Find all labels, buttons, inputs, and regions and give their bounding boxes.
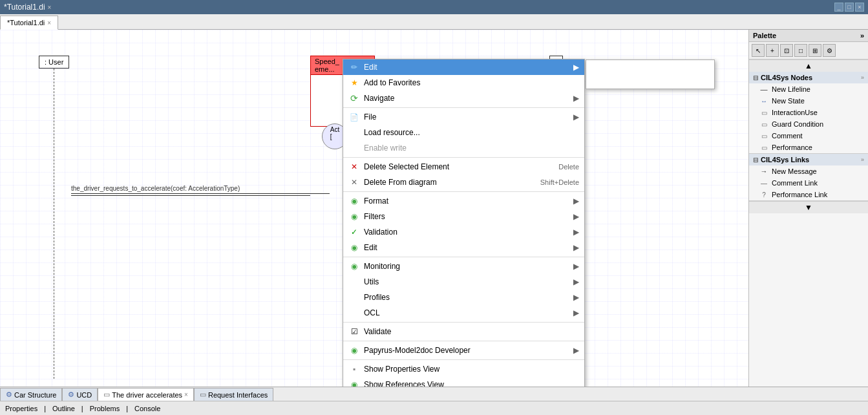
format-icon: ◉ xyxy=(348,195,360,207)
act-label: Act[ xyxy=(330,126,339,140)
title-bar-left: *Tutorial1.di × xyxy=(4,3,51,12)
canvas-area[interactable]: : User Speed_eme... : : Act[ xyxy=(0,30,748,387)
palette-item-comment-link[interactable]: — Comment Link xyxy=(749,177,868,189)
ocl-icon xyxy=(348,307,360,319)
driver-close-icon[interactable]: × xyxy=(184,391,188,398)
status-separator2: | xyxy=(81,405,83,412)
performance-icon: ▭ xyxy=(759,144,768,151)
palette-zoom-fit-btn[interactable]: ⊡ xyxy=(780,44,793,57)
write-icon xyxy=(348,142,360,154)
interaction-use-icon: ▭ xyxy=(759,109,768,116)
delete-diagram-icon: ✕ xyxy=(348,176,360,188)
profiles-icon xyxy=(348,292,360,303)
palette-header: Palette » xyxy=(749,30,868,42)
validate-label: Validate xyxy=(364,327,579,336)
palette-item-comment[interactable]: ▭ Comment xyxy=(749,130,868,142)
bottom-tab-ucd[interactable]: ⚙ UCD xyxy=(62,388,98,401)
tab-tutorial1[interactable]: *Tutorial1.di × xyxy=(0,16,58,30)
minimize-button[interactable]: _ xyxy=(834,3,843,12)
menu-item-show-properties[interactable]: ▪ Show Properties View xyxy=(343,361,584,377)
request-label: Request Interfaces xyxy=(208,391,268,399)
palette-zoom-in-btn[interactable]: + xyxy=(766,44,779,57)
add-favorites-label: Add to Favorites xyxy=(364,78,579,87)
format-label: Format xyxy=(364,197,569,206)
status-problems[interactable]: Problems xyxy=(90,405,120,412)
submenu-create-constant[interactable]: Create Constant xyxy=(586,74,714,89)
status-outline[interactable]: Outline xyxy=(52,405,75,412)
ucd-icon: ⚙ xyxy=(68,390,74,399)
palette-item-performance[interactable]: ▭ Performance xyxy=(749,142,868,153)
status-properties[interactable]: Properties xyxy=(5,405,37,412)
palette-grid-btn[interactable]: ⊞ xyxy=(809,44,821,57)
palette-settings-btn[interactable]: ⚙ xyxy=(823,44,836,57)
monitoring-arrow: ▶ xyxy=(573,262,579,271)
papyrus-icon: ◉ xyxy=(348,345,360,356)
arrow-line xyxy=(71,193,330,194)
validation-icon: ✓ xyxy=(348,226,360,238)
palette-scroll-down[interactable]: ▼ xyxy=(749,201,868,213)
menu-item-show-references[interactable]: ◉ Show References View xyxy=(343,377,584,387)
driver-icon: ▭ xyxy=(103,390,110,399)
palette-section-links-header[interactable]: ⊟ CIL4Sys Links » xyxy=(749,154,868,165)
palette-zoom-out-btn[interactable]: □ xyxy=(794,44,807,57)
palette-scroll-up[interactable]: ▲ xyxy=(749,59,868,72)
utils-icon xyxy=(348,276,360,288)
ocl-arrow: ▶ xyxy=(573,308,579,317)
new-state-label: New State xyxy=(772,97,805,105)
driver-label: The driver accelerates xyxy=(112,391,182,399)
palette-item-new-lifeline[interactable]: — New Lifeline xyxy=(749,83,868,95)
bottom-tab-driver-accelerates[interactable]: ▭ The driver accelerates × xyxy=(98,388,194,401)
ocl-label: OCL xyxy=(364,308,569,317)
monitoring-label: Monitoring xyxy=(364,262,569,271)
menu-item-monitoring[interactable]: ◉ Monitoring ▶ xyxy=(343,259,584,274)
delete-diagram-shortcut: Shift+Delete xyxy=(540,178,579,186)
delete-diagram-label: Delete From diagram xyxy=(364,178,527,187)
links-section-label: CIL4Sys Links xyxy=(761,156,809,164)
nodes-section-label: CIL4Sys Nodes xyxy=(761,74,812,81)
file-label: File xyxy=(364,112,569,122)
menu-item-filters[interactable]: ◉ Filters ▶ xyxy=(343,209,584,224)
palette-item-new-message[interactable]: → New Message xyxy=(749,165,868,177)
palette-item-guard-condition[interactable]: ▭ Guard Condition xyxy=(749,118,868,130)
separator-3 xyxy=(343,191,584,192)
menu-item-utils[interactable]: Utils ▶ xyxy=(343,274,584,290)
app-title: *Tutorial1.di xyxy=(4,3,45,12)
menu-item-ocl[interactable]: OCL ▶ xyxy=(343,305,584,321)
palette-section-nodes-header[interactable]: ⊟ CIL4Sys Nodes » xyxy=(749,72,868,83)
edit2-icon: ◉ xyxy=(348,242,360,253)
menu-item-navigate[interactable]: ⟳ Navigate ▶ xyxy=(343,90,584,106)
palette-cursor-btn[interactable]: ↖ xyxy=(752,44,765,57)
menu-item-profiles[interactable]: Profiles ▶ xyxy=(343,290,584,305)
palette-collapse-icon[interactable]: » xyxy=(860,32,864,39)
menu-item-file[interactable]: 📄 File ▶ xyxy=(343,109,584,125)
palette-scroll[interactable]: ▲ ⊟ CIL4Sys Nodes » — New Lifeline ↔ New… xyxy=(749,59,868,387)
menu-item-format[interactable]: ◉ Format ▶ xyxy=(343,193,584,209)
separator-1 xyxy=(343,107,584,108)
palette-item-interaction-use[interactable]: ▭ InteractionUse xyxy=(749,107,868,118)
menu-item-validate[interactable]: ☑ Validate xyxy=(343,324,584,339)
bottom-tab-car-structure[interactable]: ⚙ Car Structure xyxy=(0,388,62,401)
edit-icon: ✏ xyxy=(348,61,360,73)
menu-item-load-resource[interactable]: Load resource... xyxy=(343,125,584,140)
bottom-tab-request-interfaces[interactable]: ▭ Request Interfaces xyxy=(194,388,273,401)
menu-item-validation[interactable]: ✓ Validation ▶ xyxy=(343,224,584,240)
user-lifeline[interactable]: : User xyxy=(39,56,69,379)
status-console[interactable]: Console xyxy=(134,405,160,412)
load-resource-label: Load resource... xyxy=(364,128,579,137)
palette-item-new-state[interactable]: ↔ New State xyxy=(749,95,868,107)
submenu-create-variable[interactable]: Create Variable xyxy=(586,60,714,74)
menu-item-add-favorites[interactable]: ★ Add to Favorites xyxy=(343,75,584,90)
menu-item-delete-diagram[interactable]: ✕ Delete From diagram Shift+Delete xyxy=(343,175,584,190)
maximize-button[interactable]: □ xyxy=(845,3,854,12)
menu-item-edit2[interactable]: ◉ Edit ▶ xyxy=(343,240,584,255)
palette-toolbar: ↖ + ⊡ □ ⊞ ⚙ xyxy=(749,42,868,59)
palette-item-performance-link[interactable]: ? Performance Link xyxy=(749,189,868,200)
tab-close-icon[interactable]: × xyxy=(47,19,51,27)
menu-item-delete-selected[interactable]: ✕ Delete Selected Element Delete xyxy=(343,159,584,175)
close-button[interactable]: × xyxy=(855,3,864,12)
navigate-label: Navigate xyxy=(364,94,569,103)
menu-item-papyrus[interactable]: ◉ Papyrus-Model2doc Developer ▶ xyxy=(343,343,584,358)
tab-close-icon[interactable]: × xyxy=(48,4,52,11)
menu-item-edit[interactable]: ✏ Edit ▶ Create Variable Create Constant xyxy=(343,59,584,75)
performance-label: Performance xyxy=(772,144,812,151)
